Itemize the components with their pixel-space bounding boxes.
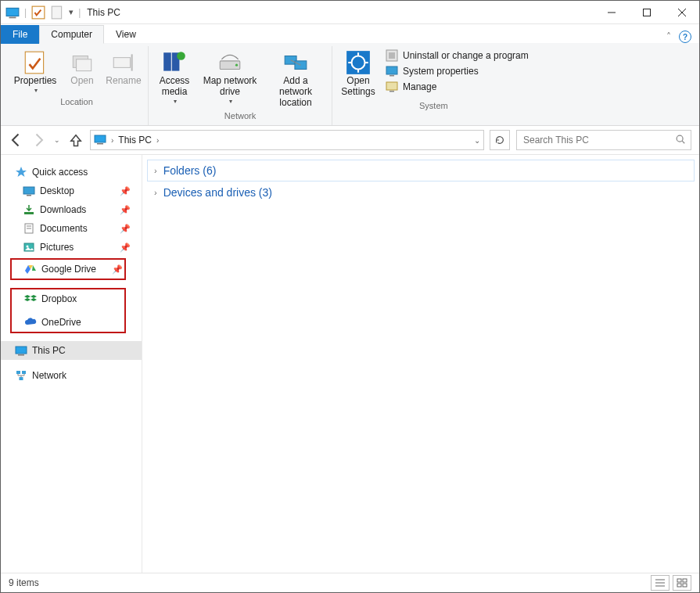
this-pc-icon: [15, 344, 27, 357]
address-bar[interactable]: › This PC › ⌄: [90, 130, 484, 150]
group-location-label: Location: [60, 97, 93, 106]
chevron-right-icon[interactable]: ›: [111, 136, 113, 145]
tree-network[interactable]: Network: [1, 366, 142, 385]
svg-rect-8: [25, 52, 43, 74]
qat-properties-icon[interactable]: [31, 5, 45, 20]
tree-google-drive-label: Google Drive: [41, 264, 96, 275]
map-drive-button[interactable]: Map network drive ▾: [202, 48, 258, 105]
svg-rect-11: [113, 58, 130, 68]
status-bar: 9 items: [1, 573, 699, 592]
section-folders[interactable]: › Folders (6): [147, 160, 695, 181]
qat-divider-2: |: [78, 7, 81, 18]
tree-this-pc-label: This PC: [32, 345, 66, 356]
quick-access-icon: [15, 166, 27, 178]
chevron-right-icon[interactable]: ›: [156, 136, 159, 145]
system-properties-icon: [386, 65, 398, 77]
section-folders-label: Folders (6): [163, 164, 217, 177]
tree-dropbox-label: Dropbox: [41, 293, 77, 304]
tab-computer[interactable]: Computer: [39, 25, 104, 44]
svg-rect-32: [389, 91, 394, 92]
qat-blank-icon[interactable]: [50, 5, 64, 20]
svg-rect-58: [20, 377, 23, 380]
svg-point-17: [235, 64, 238, 66]
svg-rect-33: [95, 135, 106, 142]
up-button[interactable]: [68, 132, 84, 148]
properties-button[interactable]: Properties ▾: [12, 48, 59, 94]
google-drive-icon: [24, 263, 37, 275]
search-icon: [675, 134, 686, 147]
section-devices[interactable]: › Devices and drives (3): [147, 181, 695, 203]
content-pane[interactable]: › Folders (6) › Devices and drives (3): [142, 155, 699, 573]
svg-rect-39: [27, 195, 31, 196]
map-drive-label: Map network drive: [202, 76, 258, 98]
map-drive-icon: [217, 49, 243, 76]
svg-line-36: [682, 141, 684, 143]
window-title: This PC: [87, 7, 120, 18]
tree-quick-access-label: Quick access: [32, 167, 88, 178]
uninstall-button[interactable]: Uninstall or change a program: [386, 49, 529, 62]
tree-google-drive[interactable]: Google Drive 📌: [12, 260, 124, 279]
system-list: Uninstall or change a program System pro…: [386, 48, 529, 93]
pictures-icon: [23, 241, 35, 253]
ribbon-collapse-icon[interactable]: ˄: [666, 31, 671, 42]
documents-icon: [23, 222, 35, 235]
system-properties-button[interactable]: System properties: [386, 65, 529, 77]
access-media-button[interactable]: Access media ▾: [155, 48, 194, 105]
add-location-icon: [282, 49, 309, 76]
tree-dropbox[interactable]: Dropbox: [12, 289, 124, 308]
search-box[interactable]: [516, 130, 691, 150]
view-thumbnails-button[interactable]: [673, 575, 691, 591]
address-history-dropdown[interactable]: ⌄: [474, 136, 480, 145]
forward-button[interactable]: [31, 132, 46, 148]
app-icon: [5, 5, 20, 20]
svg-rect-30: [389, 75, 394, 77]
tree-downloads[interactable]: Downloads 📌: [1, 200, 142, 219]
ribbon: Properties ▾ Open Rename Location Access…: [1, 43, 699, 126]
chevron-right-icon: ›: [154, 188, 157, 197]
svg-marker-51: [31, 295, 37, 298]
tree-desktop[interactable]: Desktop 📌: [1, 181, 142, 200]
svg-marker-52: [24, 298, 31, 301]
uninstall-label: Uninstall or change a program: [403, 50, 529, 61]
svg-point-15: [177, 52, 185, 60]
qat-divider: |: [24, 7, 27, 18]
navigation-bar: ⌄ › This PC › ⌄: [1, 126, 699, 155]
manage-button[interactable]: Manage: [386, 81, 529, 93]
tree-quick-access[interactable]: Quick access: [1, 163, 142, 181]
search-input[interactable]: [522, 134, 675, 146]
breadcrumb-this-pc[interactable]: This PC: [118, 135, 152, 146]
refresh-button[interactable]: [490, 130, 510, 150]
svg-rect-56: [16, 371, 20, 374]
desktop-icon: [23, 185, 35, 197]
tree-documents-label: Documents: [40, 223, 88, 234]
navigation-tree[interactable]: Quick access Desktop 📌 Downloads 📌 Docum…: [1, 155, 142, 573]
pin-icon: 📌: [120, 205, 131, 215]
add-location-button[interactable]: Add a network location: [266, 48, 325, 108]
back-button[interactable]: [9, 132, 24, 148]
qat-dropdown-icon[interactable]: ▾: [69, 7, 74, 17]
tree-this-pc[interactable]: This PC: [1, 341, 142, 360]
svg-rect-0: [6, 8, 19, 16]
minimize-button[interactable]: [594, 1, 629, 23]
close-button[interactable]: [664, 1, 699, 23]
svg-point-35: [677, 135, 683, 142]
tab-file[interactable]: File: [1, 25, 39, 44]
view-details-button[interactable]: [651, 575, 669, 591]
tab-view[interactable]: View: [104, 25, 148, 44]
open-settings-button[interactable]: Open Settings: [339, 48, 378, 98]
recent-dropdown[interactable]: ⌄: [52, 132, 62, 148]
tree-onedrive[interactable]: OneDrive: [12, 313, 124, 332]
help-icon[interactable]: ?: [679, 31, 691, 43]
svg-rect-55: [18, 354, 24, 356]
explorer-window: | ▾ | This PC File Computer View ˄ ?: [0, 0, 700, 593]
maximize-button[interactable]: [629, 1, 664, 23]
tree-pictures-label: Pictures: [40, 242, 74, 253]
tree-documents[interactable]: Documents 📌: [1, 219, 142, 238]
tree-pictures[interactable]: Pictures 📌: [1, 238, 142, 257]
open-button[interactable]: Open: [66, 48, 98, 87]
svg-rect-54: [16, 347, 27, 354]
rename-button[interactable]: Rename: [106, 48, 142, 87]
network-icon: [15, 369, 27, 382]
add-location-label: Add a network location: [266, 76, 325, 108]
svg-rect-3: [52, 6, 61, 19]
